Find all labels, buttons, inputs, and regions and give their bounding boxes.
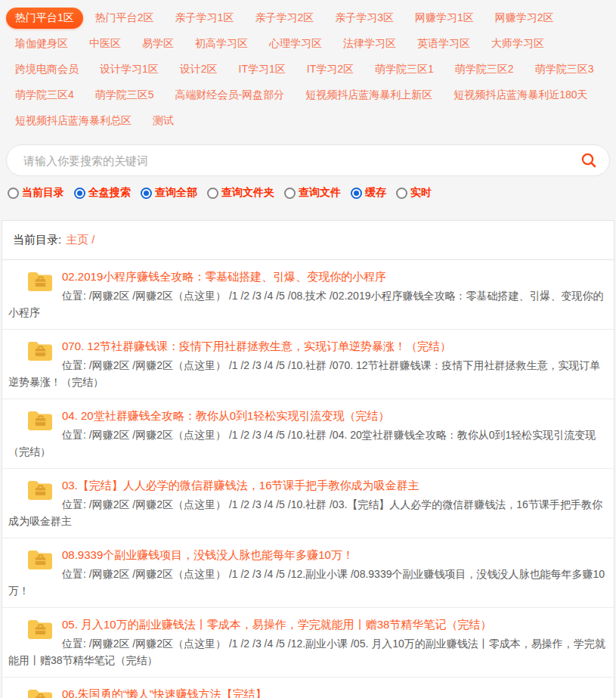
item-location: 位置: /网赚2区 /网赚2区（点这里） /1 /2 /3 /4 /5 /08.… [8, 287, 608, 321]
list-item: 070. 12节社群赚钱课：疫情下用社群拯救生意，实现订单逆势暴涨！（完结） 位… [2, 330, 614, 399]
category-tag[interactable]: 短视频抖店蓝海暴利上新区 [296, 85, 441, 106]
item-title-link[interactable]: 02.2019小程序赚钱全攻略：零基础搭建、引爆、变现你的小程序 [8, 268, 608, 285]
filter-option-label: 全盘搜索 [88, 186, 131, 200]
category-tag[interactable]: 亲子学习3区 [326, 8, 403, 29]
category-tag[interactable]: 大师学习区 [482, 33, 553, 54]
list-item: 06.朱国勇的“懒人”快速赚钱方法【完结】 位置: /网赚2区 /网赚2区（点这… [2, 678, 614, 698]
filter-option[interactable]: 当前目录 [8, 186, 64, 200]
category-tag[interactable]: 瑜伽健身区 [6, 33, 77, 54]
category-tag[interactable]: 高端财经会员-网盘部分 [166, 85, 294, 106]
search-filter-options: 当前目录 全盘搜索 查询全部 查询文件夹 查询文件 缓存 实时 [8, 186, 610, 200]
category-tag[interactable]: 热门平台1区 [6, 8, 83, 29]
breadcrumb: 当前目录:主页/ [2, 221, 614, 260]
category-tag[interactable]: 易学区 [133, 33, 183, 54]
item-location-path: /网赚2区 /网赚2区（点这里） /1 /2 /3 /4 /5 /12.副业小课… [8, 568, 605, 597]
category-tag[interactable]: 短视频抖店蓝海暴利总区 [6, 110, 141, 132]
item-title-link[interactable]: 04. 20堂社群赚钱全攻略：教你从0到1轻松实现引流变现（完结） [8, 407, 608, 424]
item-title-link[interactable]: 05. 月入10万的副业赚钱法丨零成本，易操作，学完就能用丨赠38节精华笔记（完… [8, 616, 608, 633]
item-title-link[interactable]: 070. 12节社群赚钱课：疫情下用社群拯救生意，实现订单逆势暴涨！（完结） [8, 337, 608, 355]
radio-circle-icon[interactable] [284, 188, 296, 199]
filter-option-label: 当前目录 [22, 186, 64, 200]
filter-option[interactable]: 缓存 [351, 186, 386, 200]
breadcrumb-home-link[interactable]: 主页 [66, 233, 88, 246]
radio-circle-icon[interactable] [207, 188, 218, 199]
filter-option[interactable]: 查询文件 [284, 186, 341, 200]
item-location-path: /网赚2区 /网赚2区（点这里） /1 /2 /3 /4 /5 /10.社群 /… [8, 359, 601, 388]
list-item: 04. 20堂社群赚钱全攻略：教你从0到1轻松实现引流变现（完结） 位置: /网… [2, 399, 614, 469]
list-item: 03.【完结】人人必学的微信群赚钱法，16节课手把手教你成为吸金群主 位置: /… [2, 469, 614, 538]
search-bar [6, 144, 610, 176]
folder-icon [27, 548, 53, 571]
category-tag[interactable]: 热门平台2区 [86, 8, 163, 29]
search-input[interactable] [23, 154, 580, 167]
category-tag[interactable]: 设计2区 [171, 59, 227, 80]
item-location-label: 位置: [62, 638, 86, 650]
category-tag[interactable]: 中医区 [80, 33, 130, 54]
folder-icon [27, 409, 53, 432]
folder-icon [27, 270, 53, 293]
category-tag[interactable]: 萌学院三区2 [446, 59, 523, 80]
category-tag[interactable]: 测试 [144, 110, 183, 132]
folder-icon [27, 340, 53, 362]
category-tag[interactable]: 跨境电商会员 [6, 59, 88, 80]
item-location-label: 位置: [62, 498, 86, 510]
breadcrumb-separator: / [91, 233, 94, 246]
radio-circle-icon[interactable] [141, 188, 152, 199]
item-location: 位置: /网赚2区 /网赚2区（点这里） /1 /2 /3 /4 /5 /10.… [8, 357, 608, 390]
category-tag[interactable]: 萌学院三区4 [6, 85, 83, 106]
category-tag[interactable]: IT学习2区 [298, 59, 363, 80]
item-location-path: /网赚2区 /网赚2区（点这里） /1 /2 /3 /4 /5 /10.社群 /… [8, 429, 596, 458]
item-location-label: 位置: [62, 359, 86, 371]
item-location-path: /网赚2区 /网赚2区（点这里） /1 /2 /3 /4 /5 /08.技术 /… [8, 290, 603, 318]
item-location-path: /网赚2区 /网赚2区（点这里） /1 /2 /3 /4 /5 /12.副业小课… [8, 638, 605, 666]
item-title-link[interactable]: 08.9339个副业赚钱项目，没钱没人脉也能每年多赚10万！ [8, 546, 608, 563]
item-location: 位置: /网赚2区 /网赚2区（点这里） /1 /2 /3 /4 /5 /12.… [8, 566, 608, 599]
category-tag[interactable]: 初高学习区 [186, 33, 257, 54]
folder-icon [27, 687, 53, 698]
item-location: 位置: /网赚2区 /网赚2区（点这里） /1 /2 /3 /4 /5 /10.… [8, 496, 608, 529]
filter-option-label: 查询文件 [299, 186, 341, 200]
list-item: 05. 月入10万的副业赚钱法丨零成本，易操作，学完就能用丨赠38节精华笔记（完… [2, 608, 614, 678]
category-tag[interactable]: 设计学习1区 [91, 59, 168, 80]
category-tag[interactable]: 心理学习区 [260, 33, 331, 54]
item-title-link[interactable]: 03.【完结】人人必学的微信群赚钱法，16节课手把手教你成为吸金群主 [8, 476, 608, 494]
filter-option[interactable]: 查询全部 [141, 186, 197, 200]
item-location-label: 位置: [62, 568, 86, 580]
result-list: 02.2019小程序赚钱全攻略：零基础搭建、引爆、变现你的小程序 位置: /网赚… [2, 260, 614, 698]
radio-circle-icon[interactable] [8, 188, 19, 199]
category-tag[interactable]: 网赚学习2区 [486, 8, 563, 29]
item-location-label: 位置: [62, 429, 86, 441]
item-location-path: /网赚2区 /网赚2区（点这里） /1 /2 /3 /4 /5 /10.社群 /… [8, 498, 602, 527]
filter-option[interactable]: 实时 [396, 186, 432, 200]
category-tag[interactable]: 网赚学习1区 [406, 8, 483, 29]
folder-icon [27, 618, 53, 641]
category-tag[interactable]: 亲子学习1区 [166, 8, 243, 29]
item-title-link[interactable]: 06.朱国勇的“懒人”快速赚钱方法【完结】 [8, 685, 608, 698]
item-location-label: 位置: [62, 290, 86, 302]
filter-option[interactable]: 查询文件夹 [207, 186, 274, 200]
radio-circle-icon[interactable] [74, 188, 85, 199]
category-tag[interactable]: 萌学院三区3 [526, 59, 603, 80]
list-item: 02.2019小程序赚钱全攻略：零基础搭建、引爆、变现你的小程序 位置: /网赚… [2, 260, 614, 330]
category-tag[interactable]: IT学习1区 [230, 59, 295, 80]
folder-icon [27, 479, 53, 501]
filter-option-label: 实时 [410, 186, 432, 200]
category-tag[interactable]: 萌学院三区5 [86, 85, 163, 106]
list-item: 08.9339个副业赚钱项目，没钱没人脉也能每年多赚10万！ 位置: /网赚2区… [2, 538, 614, 608]
directory-panel: 当前目录:主页/ 02.2019小程序赚钱全攻略：零基础搭建、引爆、变现你的小程… [2, 220, 614, 698]
breadcrumb-label: 当前目录: [13, 233, 61, 246]
category-tag[interactable]: 短视频抖店蓝海暴利近180天 [444, 85, 596, 106]
search-icon[interactable] [580, 152, 597, 169]
category-tag-nav: 热门平台1区热门平台2区亲子学习1区亲子学习2区亲子学习3区网赚学习1区网赚学习… [0, 0, 616, 135]
filter-option-label: 查询全部 [155, 186, 197, 200]
item-location: 位置: /网赚2区 /网赚2区（点这里） /1 /2 /3 /4 /5 /12.… [8, 635, 608, 669]
category-tag[interactable]: 法律学习区 [334, 33, 405, 54]
category-tag[interactable]: 英语学习区 [408, 33, 479, 54]
radio-circle-icon[interactable] [351, 188, 362, 199]
category-tag[interactable]: 亲子学习2区 [246, 8, 323, 29]
filter-option-label: 查询文件夹 [221, 186, 274, 200]
category-tag[interactable]: 萌学院三区1 [366, 59, 443, 80]
filter-option[interactable]: 全盘搜索 [74, 186, 131, 200]
item-location: 位置: /网赚2区 /网赚2区（点这里） /1 /2 /3 /4 /5 /10.… [8, 427, 608, 460]
radio-circle-icon[interactable] [396, 188, 407, 199]
